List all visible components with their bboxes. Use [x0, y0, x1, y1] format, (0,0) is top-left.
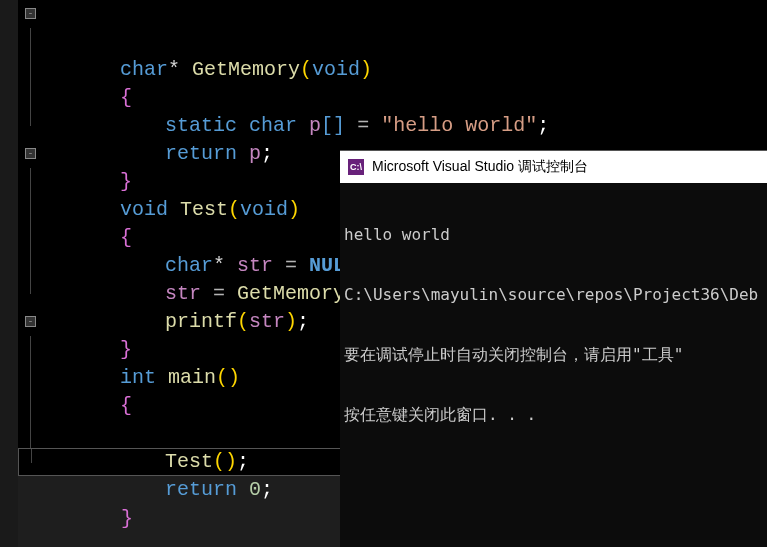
- fold-line: [30, 196, 31, 224]
- vs-console-icon: C:\: [348, 159, 364, 175]
- fold-line: [30, 280, 31, 294]
- console-line: 要在调试停止时自动关闭控制台，请启用"工具": [344, 345, 763, 365]
- fold-line: [30, 112, 31, 126]
- fold-line: [31, 449, 32, 463]
- fold-line: [30, 28, 31, 56]
- fold-line: [30, 392, 31, 420]
- fold-line: [30, 336, 31, 364]
- console-line: C:\Users\mayulin\source\repos\Project36\…: [344, 285, 763, 305]
- brace: }: [121, 507, 133, 530]
- fold-icon[interactable]: -: [25, 8, 36, 19]
- fold-line: [30, 84, 31, 112]
- code-line[interactable]: }: [18, 112, 767, 140]
- code-line[interactable]: - char* GetMemory(void): [18, 0, 767, 28]
- code-line[interactable]: {: [18, 28, 767, 56]
- fold-line: [30, 364, 31, 392]
- fold-line: [30, 252, 31, 280]
- text: [237, 478, 249, 501]
- console-titlebar[interactable]: C:\ Microsoft Visual Studio 调试控制台: [340, 151, 767, 183]
- code-line[interactable]: static char p[] = "hello world";: [18, 56, 767, 84]
- editor-gutter: [0, 0, 18, 547]
- semicolon: ;: [261, 478, 273, 501]
- fold-line: [30, 168, 31, 196]
- console-line: hello world: [344, 225, 763, 245]
- number: 0: [249, 478, 261, 501]
- keyword: return: [165, 478, 237, 501]
- console-title: Microsoft Visual Studio 调试控制台: [372, 158, 588, 176]
- console-line: 按任意键关闭此窗口. . .: [344, 405, 763, 425]
- console-output[interactable]: hello world C:\Users\mayulin\source\repo…: [340, 183, 767, 467]
- code-line[interactable]: return p;: [18, 84, 767, 112]
- fold-icon[interactable]: -: [25, 316, 36, 327]
- fold-line: [30, 56, 31, 84]
- fold-line: [30, 224, 31, 252]
- debug-console-window[interactable]: C:\ Microsoft Visual Studio 调试控制台 hello …: [340, 150, 767, 547]
- fold-icon[interactable]: -: [25, 148, 36, 159]
- fold-line: [30, 420, 31, 448]
